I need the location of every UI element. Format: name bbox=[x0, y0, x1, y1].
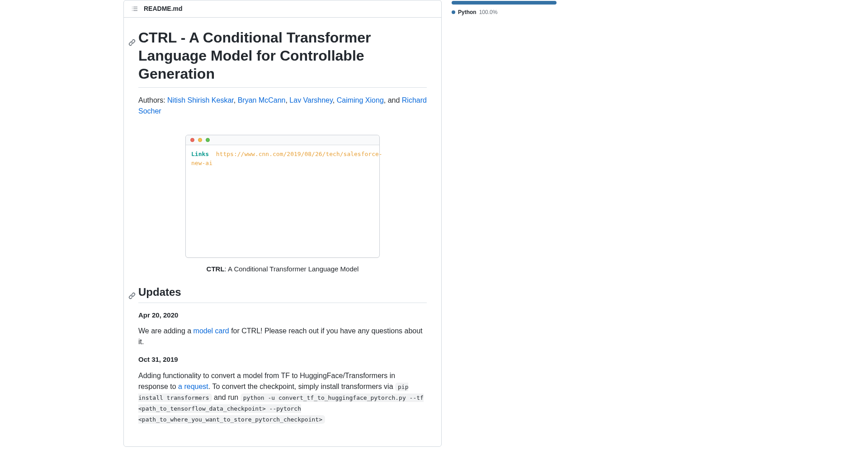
readme-filename[interactable]: README.md bbox=[144, 4, 183, 14]
readme-body: CTRL - A Conditional Transformer Languag… bbox=[124, 18, 441, 446]
authors-prefix: Authors: bbox=[138, 96, 167, 104]
author-link-2[interactable]: Lav Varshney bbox=[289, 96, 332, 104]
terminal-titlebar bbox=[186, 135, 379, 145]
sep: , bbox=[333, 96, 337, 104]
update-date-2: Oct 31, 2019 bbox=[138, 355, 427, 365]
update-body-2: Adding functionality to convert a model … bbox=[138, 370, 427, 425]
sep: , bbox=[234, 96, 238, 104]
u2-mid2: and run bbox=[212, 393, 241, 401]
language-percent: 100.0% bbox=[479, 8, 498, 16]
readme-header: README.md bbox=[124, 0, 441, 18]
updates-heading: Updates bbox=[138, 285, 427, 303]
update-date-1: Apr 20, 2020 bbox=[138, 310, 427, 321]
readme-container: README.md CTRL - A Conditional Transform… bbox=[123, 0, 442, 447]
toc-icon[interactable] bbox=[131, 5, 138, 13]
terminal-figure: Links https://www.cnn.com/2019/08/26/tec… bbox=[138, 135, 427, 258]
author-link-0[interactable]: Nitish Shirish Keskar bbox=[167, 96, 234, 104]
caption-bold: CTRL bbox=[207, 265, 225, 273]
authors-line: Authors: Nitish Shirish Keskar, Bryan Mc… bbox=[138, 95, 427, 117]
window-min-dot bbox=[198, 138, 202, 142]
terminal-prompt: Links bbox=[191, 151, 209, 157]
link-icon[interactable] bbox=[128, 32, 136, 50]
caption-rest: : A Conditional Transformer Language Mod… bbox=[225, 265, 359, 273]
language-name: Python bbox=[458, 8, 476, 16]
updates-heading-text: Updates bbox=[138, 286, 181, 298]
window-max-dot bbox=[206, 138, 210, 142]
figure-caption: CTRL: A Conditional Transformer Language… bbox=[138, 264, 427, 275]
author-link-1[interactable]: Bryan McCann bbox=[238, 96, 286, 104]
language-row[interactable]: Python 100.0% bbox=[452, 8, 557, 16]
page-title: CTRL - A Conditional Transformer Languag… bbox=[138, 28, 427, 88]
window-close-dot bbox=[190, 138, 194, 142]
u2-mid1: . To convert the checkpoint, simply inst… bbox=[208, 383, 395, 390]
request-link[interactable]: a request bbox=[178, 383, 208, 390]
update-body-1: We are adding a model card for CTRL! Ple… bbox=[138, 326, 427, 347]
link-icon[interactable] bbox=[128, 289, 136, 303]
terminal-body: Links https://www.cnn.com/2019/08/26/tec… bbox=[186, 145, 379, 257]
terminal-url: https://www.cnn.com/2019/08/26/tech/sale… bbox=[191, 151, 382, 166]
terminal-window: Links https://www.cnn.com/2019/08/26/tec… bbox=[185, 135, 380, 258]
language-bar bbox=[452, 1, 557, 5]
author-link-3[interactable]: Caiming Xiong bbox=[337, 96, 384, 104]
title-text: CTRL - A Conditional Transformer Languag… bbox=[138, 29, 371, 82]
languages-sidebar: Python 100.0% bbox=[452, 0, 557, 447]
u1-pre: We are adding a bbox=[138, 327, 193, 335]
sep-last: , and bbox=[384, 96, 402, 104]
language-dot-icon bbox=[452, 10, 455, 14]
model-card-link[interactable]: model card bbox=[193, 327, 229, 335]
